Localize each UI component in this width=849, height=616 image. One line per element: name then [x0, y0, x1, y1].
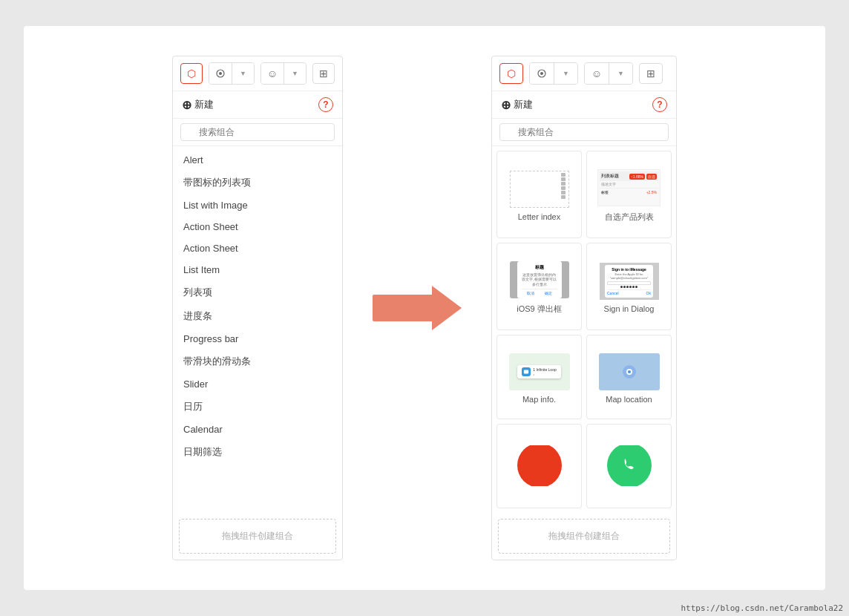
grid-item-label: Letter index: [518, 212, 560, 221]
phone-icon: [607, 445, 652, 486]
right-new-label: 新建: [514, 98, 533, 111]
grid-item-label: iOS9 弹出框: [517, 304, 562, 315]
right-drop-zone[interactable]: 拖拽组件创建组合: [498, 519, 670, 554]
list-item[interactable]: Progress bar: [173, 328, 342, 350]
list-item[interactable]: 带滑块的滑动条: [173, 350, 342, 373]
right-toolbar-emoji-dropdown[interactable]: ▼: [609, 63, 632, 84]
grid-item-signin-dialog[interactable]: Sign in to iMessage Enter the Apple ID f…: [586, 243, 672, 330]
ios9-popup-preview: 标题 这里放置弹出框的内容文字,根据需要可以多行显示 取消 确定: [506, 260, 573, 301]
arrow-container: [373, 286, 462, 330]
right-toolbar-emoji-btn[interactable]: ☺: [585, 63, 609, 84]
left-drop-zone[interactable]: 拖拽组件创建组合: [179, 519, 336, 554]
right-action-bar: ⊕ 新建 ?: [492, 91, 676, 119]
list-item[interactable]: Action Sheet: [173, 237, 342, 259]
right-toolbar-share-dropdown[interactable]: ▼: [554, 63, 577, 84]
arrow-body: [373, 295, 432, 321]
list-item[interactable]: 带图标的列表项: [173, 171, 342, 194]
right-toolbar-grid-btn[interactable]: ⊞: [639, 63, 663, 84]
left-search-input[interactable]: [180, 123, 335, 141]
right-search-wrapper: 🔍: [499, 123, 669, 141]
left-search-bar: 🔍: [173, 119, 342, 146]
toolbar-3d-btn[interactable]: ⬡: [180, 63, 203, 84]
product-list-preview: 列表标题 ↑1.88%自选 描述文字 标签+2.5%: [596, 168, 663, 209]
toolbar-grid-btn[interactable]: ⊞: [312, 63, 335, 84]
list-item[interactable]: Slider: [173, 373, 342, 395]
letter-index-preview: [506, 168, 573, 209]
right-toolbar-share-group: ▼: [529, 62, 578, 85]
grid-item-product-list[interactable]: 列表标题 ↑1.88%自选 描述文字 标签+2.5% 自选产品列表: [586, 151, 672, 238]
grid-item-label: 自选产品列表: [605, 212, 654, 223]
grid-item-label: Map info.: [522, 395, 556, 404]
map-info-preview: 1 Infinite Loop ›: [506, 351, 573, 392]
toolbar-share-btn[interactable]: [209, 63, 232, 84]
location-center: [626, 369, 632, 375]
toolbar-share-group: ▼: [209, 62, 255, 85]
left-search-wrapper: 🔍: [180, 123, 335, 141]
left-toolbar: ⬡ ▼ ☺ ▼ ⊞: [173, 56, 342, 91]
right-panel: ⬡ ▼ ☺ ▼ ⊞ ⊕ 新建 ?: [491, 56, 677, 560]
grid-item-label: Sign in Dialog: [604, 304, 655, 313]
list-item[interactable]: 进度条: [173, 304, 342, 328]
right-toolbar-3d-btn[interactable]: ⬡: [499, 63, 523, 84]
list-item[interactable]: 日期筛选: [173, 440, 342, 464]
left-new-btn[interactable]: ⊕ 新建: [182, 98, 214, 112]
right-help-btn[interactable]: ?: [652, 97, 667, 112]
right-plus-icon: ⊕: [501, 98, 511, 112]
grid-item-ios9-popup[interactable]: 标题 这里放置弹出框的内容文字,根据需要可以多行显示 取消 确定 iOS9 弹出…: [496, 243, 582, 330]
toolbar-emoji-group: ☺ ▼: [260, 62, 307, 85]
list-item[interactable]: Calendar: [173, 419, 342, 440]
green-phone-preview-container: [596, 445, 663, 486]
arrow-head: [432, 286, 462, 330]
right-search-input[interactable]: [499, 123, 669, 141]
list-item[interactable]: List Item: [173, 259, 342, 281]
list-item[interactable]: List with Image: [173, 194, 342, 216]
list-item[interactable]: 列表项: [173, 281, 342, 304]
toolbar-emoji-btn[interactable]: ☺: [261, 63, 283, 84]
watermark: https://blog.csdn.net/Carambola22: [681, 603, 843, 613]
red-circle-preview-container: [506, 445, 573, 486]
left-list: Alert 带图标的列表项 List with Image Action She…: [173, 146, 342, 513]
map-blue-icon: [522, 367, 531, 376]
plus-icon: ⊕: [182, 98, 191, 112]
right-new-btn[interactable]: ⊕ 新建: [501, 98, 533, 112]
grid-item-red-circle[interactable]: [496, 424, 582, 508]
list-item[interactable]: Alert: [173, 149, 342, 171]
grid-item-map-info[interactable]: 1 Infinite Loop › Map info.: [496, 335, 582, 420]
signin-dialog-preview: Sign in to iMessage Enter the Apple ID f…: [596, 261, 663, 301]
list-item[interactable]: 日历: [173, 395, 342, 419]
right-toolbar-emoji-group: ☺ ▼: [584, 62, 633, 85]
grid-item-map-location[interactable]: Map location: [586, 335, 672, 420]
location-dot: [623, 365, 636, 379]
right-toolbar-share-btn[interactable]: [530, 63, 554, 84]
left-panel: ⬡ ▼ ☺ ▼ ⊞ ⊕ 新建 ?: [172, 56, 343, 560]
svg-point-1: [219, 72, 222, 75]
left-help-btn[interactable]: ?: [318, 97, 333, 112]
grid-item-letter-index[interactable]: Letter index: [496, 151, 582, 238]
right-arrow: [373, 286, 462, 330]
map-location-preview: [596, 351, 663, 392]
toolbar-share-dropdown[interactable]: ▼: [232, 63, 254, 84]
svg-rect-4: [524, 370, 528, 373]
grid-item-green-phone[interactable]: [586, 424, 672, 508]
red-circle-icon: [517, 445, 562, 486]
right-grid: Letter index 列表标题 ↑1.88%自选 描述文字 标签+2.5%: [492, 146, 676, 513]
toolbar-emoji-dropdown[interactable]: ▼: [283, 63, 306, 84]
right-search-bar: 🔍: [492, 119, 676, 146]
new-label: 新建: [194, 98, 214, 111]
grid-item-label: Map location: [606, 395, 652, 404]
left-action-bar: ⊕ 新建 ?: [173, 91, 342, 119]
right-toolbar: ⬡ ▼ ☺ ▼ ⊞: [492, 56, 676, 91]
list-item[interactable]: Action Sheet: [173, 216, 342, 237]
svg-point-3: [540, 72, 543, 75]
